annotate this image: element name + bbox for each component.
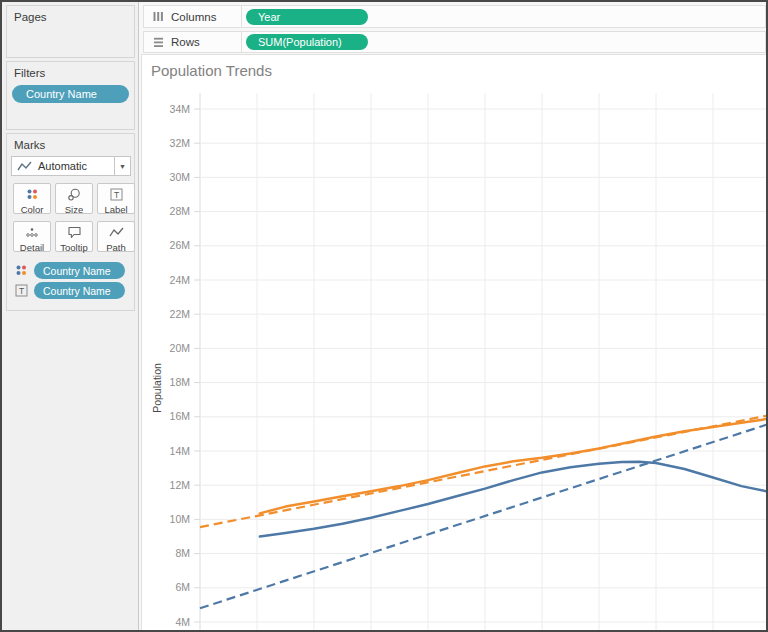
y-tick-label: 22M bbox=[170, 308, 190, 320]
label-button-label: Label bbox=[104, 205, 127, 215]
y-tick-label: 10M bbox=[170, 513, 190, 525]
chevron-down-icon[interactable]: ▼ bbox=[114, 157, 130, 175]
columns-pill-year[interactable]: Year bbox=[246, 9, 368, 25]
y-tick-label: 4M bbox=[175, 616, 190, 628]
tooltip-button[interactable]: Tooltip bbox=[55, 221, 93, 252]
tooltip-button-label: Tooltip bbox=[60, 243, 87, 253]
text-label-icon: T bbox=[13, 283, 29, 298]
rows-shelf-label-cell: Rows bbox=[144, 32, 242, 52]
size-button-label: Size bbox=[65, 205, 83, 215]
y-tick-label: 34M bbox=[170, 103, 190, 115]
detail-dots-icon bbox=[25, 225, 39, 243]
path-button[interactable]: Path bbox=[97, 221, 135, 252]
svg-text:T: T bbox=[18, 286, 23, 296]
x-gridlines bbox=[200, 93, 768, 632]
y-tick-label: 28M bbox=[170, 205, 190, 217]
mark-type-dropdown[interactable]: Automatic ▼ bbox=[11, 156, 131, 176]
y-axis-ticks: 34M32M30M28M26M24M22M20M18M16M14M12M10M8… bbox=[170, 103, 768, 628]
color-dots-icon bbox=[25, 187, 39, 205]
y-tick-label: 16M bbox=[170, 410, 190, 422]
filter-pill-country-name[interactable]: Country Name bbox=[12, 85, 129, 103]
filters-title: Filters bbox=[14, 67, 45, 79]
columns-shelf-label: Columns bbox=[171, 11, 216, 23]
y-tick-label: 12M bbox=[170, 479, 190, 491]
detail-button[interactable]: Detail bbox=[13, 221, 51, 252]
rows-pill-sum-population[interactable]: SUM(Population) bbox=[246, 34, 368, 50]
rows-icon bbox=[153, 37, 164, 48]
y-tick-label: 18M bbox=[170, 376, 190, 388]
y-tick-label: 14M bbox=[170, 445, 190, 457]
color-button-label: Color bbox=[21, 205, 44, 215]
tableau-window: Pages Filters Country Name Marks Automat… bbox=[0, 0, 768, 632]
y-tick-label: 8M bbox=[175, 547, 190, 559]
marks-title: Marks bbox=[14, 139, 45, 151]
line-mark-icon bbox=[17, 160, 32, 172]
y-tick-label: 24M bbox=[170, 274, 190, 286]
path-button-label: Path bbox=[106, 243, 126, 253]
y-tick-label: 30M bbox=[170, 171, 190, 183]
color-button[interactable]: Color bbox=[13, 183, 51, 214]
svg-text:T: T bbox=[113, 190, 118, 200]
label-button[interactable]: T Label bbox=[97, 183, 135, 214]
size-circles-icon bbox=[67, 187, 81, 205]
rows-shelf-label: Rows bbox=[171, 36, 200, 48]
detail-button-label: Detail bbox=[20, 243, 44, 253]
series-blue-actual[interactable] bbox=[260, 462, 768, 537]
color-dots-icon bbox=[13, 263, 29, 278]
y-tick-label: 20M bbox=[170, 342, 190, 354]
chart-card: Population Trends 34M32M30M28M26M24M22M2… bbox=[141, 54, 766, 630]
pages-title: Pages bbox=[14, 11, 47, 23]
filters-shelf[interactable]: Filters Country Name bbox=[6, 61, 135, 130]
mark-type-value: Automatic bbox=[38, 160, 87, 172]
path-line-icon bbox=[109, 225, 124, 243]
rows-shelf[interactable]: Rows SUM(Population) bbox=[143, 31, 766, 53]
series-orange-actual[interactable] bbox=[260, 419, 768, 514]
columns-shelf-label-cell: Columns bbox=[144, 6, 242, 27]
size-button[interactable]: Size bbox=[55, 183, 93, 214]
line-chart[interactable]: 34M32M30M28M26M24M22M20M18M16M14M12M10M8… bbox=[142, 55, 768, 632]
marks-card: Marks Automatic ▼ Color bbox=[6, 133, 135, 311]
marks-pill-label-country-name[interactable]: Country Name bbox=[34, 282, 125, 299]
series-orange-trend[interactable] bbox=[200, 415, 768, 527]
y-tick-label: 32M bbox=[170, 137, 190, 149]
columns-icon bbox=[153, 11, 164, 22]
y-tick-label: 6M bbox=[175, 581, 190, 593]
sidebar: Pages Filters Country Name Marks Automat… bbox=[2, 2, 139, 630]
pages-shelf[interactable]: Pages bbox=[6, 5, 135, 58]
text-label-icon: T bbox=[110, 187, 123, 205]
tooltip-bubble-icon bbox=[67, 225, 82, 243]
columns-shelf[interactable]: Columns Year bbox=[143, 5, 766, 28]
y-axis-title: Population bbox=[151, 363, 163, 413]
y-tick-label: 26M bbox=[170, 239, 190, 251]
marks-pill-color-country-name[interactable]: Country Name bbox=[34, 262, 125, 279]
